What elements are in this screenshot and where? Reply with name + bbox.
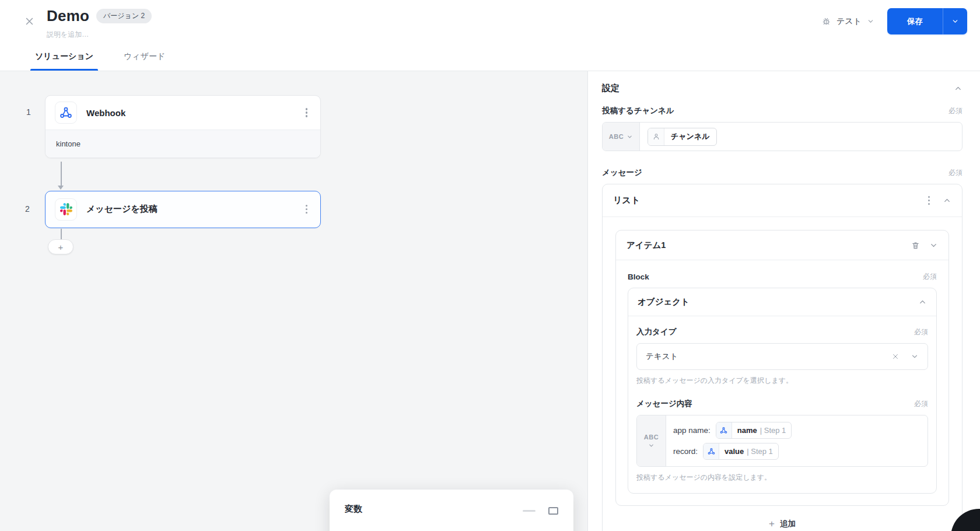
variables-panel[interactable]: 変数 xyxy=(330,490,573,531)
plus-icon: + xyxy=(769,518,775,530)
object-card-title: オブジェクト xyxy=(638,296,690,308)
collapse-object-button[interactable] xyxy=(918,298,927,306)
message-content-input[interactable]: ABC app name: xyxy=(636,415,928,467)
step-title: メッセージを投稿 xyxy=(86,204,293,215)
header-actions: テスト 保存 xyxy=(821,8,967,34)
step-card-webhook[interactable]: Webhook kintone xyxy=(45,95,321,158)
maximize-icon[interactable] xyxy=(548,507,558,515)
step-number: 2 xyxy=(25,204,30,214)
chevron-down-icon[interactable] xyxy=(911,352,919,361)
step-card-post-message[interactable]: メッセージを投稿 xyxy=(45,191,321,228)
variable-name: value xyxy=(724,447,744,456)
message-content-area[interactable]: app name: xyxy=(666,415,928,466)
page-title: Demo xyxy=(47,7,89,25)
description-placeholder[interactable]: 説明を追加… xyxy=(47,30,152,40)
settings-title: 設定 xyxy=(602,83,620,94)
save-split-button: 保存 xyxy=(887,8,967,34)
input-type-label: ABC xyxy=(644,434,659,441)
channel-input-area[interactable]: チャンネル xyxy=(640,123,962,151)
input-type-select-value: テキスト xyxy=(646,351,678,362)
chevron-down-icon xyxy=(648,442,654,449)
input-type-field-label: 入力タイプ xyxy=(636,327,676,337)
chevron-up-icon xyxy=(954,84,963,93)
step-subtitle: kintone xyxy=(46,130,320,158)
channel-chip-label: チャンネル xyxy=(664,128,716,145)
chevron-down-icon[interactable] xyxy=(929,241,938,250)
add-item-button[interactable]: + 追加 xyxy=(615,506,949,531)
required-badge: 必須 xyxy=(923,272,937,282)
channel-input[interactable]: ABC チャンネル xyxy=(602,122,963,151)
connector-arrow xyxy=(58,186,64,190)
header: Demo バージョン 2 説明を追加… テスト 保存 ソ xyxy=(0,0,980,71)
slack-icon xyxy=(55,198,77,221)
variables-panel-title: 変数 xyxy=(345,504,523,515)
input-type-selector[interactable]: ABC xyxy=(637,415,666,466)
message-content-label: メッセージ内容 xyxy=(636,399,692,409)
test-button-label: テスト xyxy=(836,16,862,27)
list-item-card: アイテム1 Block 必須 xyxy=(615,230,949,506)
input-type-help: 投稿するメッセージの入力タイプを選択します。 xyxy=(636,376,928,386)
content-line-prefix: app name: xyxy=(673,426,710,435)
chevron-up-icon xyxy=(918,298,927,306)
connector-line xyxy=(61,162,62,187)
workflow-canvas[interactable]: 1 Webhook kintone 2 xyxy=(0,71,588,531)
required-badge: 必須 xyxy=(914,327,928,337)
tab-bar: ソリューション ウィザード xyxy=(34,51,166,71)
content-line: record: xyxy=(673,443,921,460)
trash-icon[interactable] xyxy=(911,241,920,250)
chevron-down-icon xyxy=(867,18,874,25)
input-type-select[interactable]: テキスト xyxy=(636,343,928,370)
block-field-label: Block xyxy=(628,273,649,281)
person-icon xyxy=(648,128,664,145)
webhook-icon xyxy=(716,422,732,438)
step-number: 1 xyxy=(26,107,31,117)
save-button[interactable]: 保存 xyxy=(887,8,943,34)
close-icon[interactable] xyxy=(22,14,36,28)
required-badge: 必須 xyxy=(914,399,928,409)
chevron-down-icon xyxy=(951,18,959,25)
version-badge[interactable]: バージョン 2 xyxy=(96,9,152,23)
content-line-prefix: record: xyxy=(673,447,698,456)
channel-chip[interactable]: チャンネル xyxy=(648,128,717,146)
bug-icon xyxy=(821,16,831,26)
title-block: Demo バージョン 2 説明を追加… xyxy=(47,7,152,40)
variable-name: name xyxy=(737,426,757,435)
message-field-label: メッセージ xyxy=(602,167,642,178)
add-item-label: 追加 xyxy=(780,519,796,529)
save-dropdown-button[interactable] xyxy=(943,8,967,34)
webhook-icon xyxy=(704,443,719,459)
message-content-help: 投稿するメッセージの内容を設定します。 xyxy=(636,473,928,483)
collapse-list-button[interactable] xyxy=(943,196,951,205)
required-badge: 必須 xyxy=(949,168,963,178)
input-type-selector[interactable]: ABC xyxy=(603,123,640,151)
kebab-menu-icon[interactable] xyxy=(925,193,934,209)
step-title: Webhook xyxy=(86,108,293,118)
variable-chip[interactable]: name | Step 1 xyxy=(716,422,792,439)
tab-solution[interactable]: ソリューション xyxy=(34,51,94,71)
tab-wizard[interactable]: ウィザード xyxy=(123,51,166,71)
item-card-title: アイテム1 xyxy=(626,240,666,251)
list-card: リスト アイテム1 xyxy=(602,184,963,531)
variable-source: | Step 1 xyxy=(747,447,773,456)
content-line: app name: xyxy=(673,422,921,439)
webhook-icon xyxy=(55,102,77,124)
chevron-up-icon xyxy=(943,196,951,205)
list-card-title: リスト xyxy=(613,195,640,206)
required-badge: 必須 xyxy=(949,106,963,116)
object-card: オブジェクト 入力タイプ 必須 xyxy=(628,288,937,494)
variable-source: | Step 1 xyxy=(760,426,786,435)
channel-field-label: 投稿するチャンネル xyxy=(602,106,674,116)
minimize-icon[interactable] xyxy=(523,510,536,512)
connector-line xyxy=(61,229,62,239)
add-step-button[interactable]: + xyxy=(48,239,74,254)
collapse-settings-button[interactable] xyxy=(954,84,963,93)
kebab-menu-icon[interactable] xyxy=(302,201,312,218)
settings-panel: 設定 投稿するチャンネル 必須 ABC チャンネル メッセージ xyxy=(589,71,980,531)
chevron-down-icon xyxy=(626,134,633,140)
kebab-menu-icon[interactable] xyxy=(302,104,312,121)
clear-icon[interactable] xyxy=(892,353,899,360)
test-button[interactable]: テスト xyxy=(821,16,874,27)
variable-chip[interactable]: value | Step 1 xyxy=(703,443,779,460)
input-type-label: ABC xyxy=(609,133,624,140)
